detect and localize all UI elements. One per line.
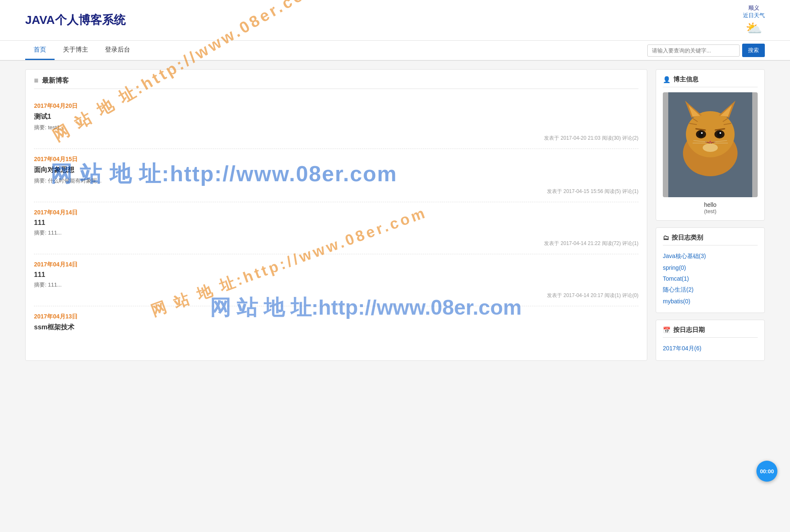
archive-icon: 📅 <box>663 326 671 334</box>
archive-item: 2017年04月(6) <box>663 343 758 355</box>
search-input[interactable] <box>647 44 740 57</box>
blog-summary: 摘要: 111... <box>34 229 638 237</box>
category-item: spring(0) <box>663 262 758 273</box>
weather-city: 顺义 <box>743 4 765 12</box>
blog-summary: 摘要: 什么时候能有对象呢... <box>34 177 638 185</box>
blog-summary: 摘要: 111... <box>34 281 638 289</box>
category-title-text: 按日志类别 <box>672 234 703 242</box>
blogger-avatar <box>663 92 758 197</box>
blog-meta: 发表于 2017-04-14 21:22 阅读(72) 评论(1) <box>34 240 638 247</box>
blog-date: 2017年04月14日 <box>34 261 638 269</box>
category-icon: 🗂 <box>663 234 669 241</box>
blog-title[interactable]: ssm框架技术 <box>34 323 638 332</box>
nav-item-home[interactable]: 首页 <box>25 41 55 60</box>
blog-item: 2017年04月14日 111 摘要: 111... 发表于 2017-04-1… <box>34 254 638 306</box>
cat-image <box>663 92 758 197</box>
blog-list-title: ≡ 最新博客 <box>34 76 638 89</box>
category-title: 🗂 按日志类别 <box>663 234 758 245</box>
svg-point-16 <box>719 132 721 134</box>
svg-point-26 <box>703 143 718 152</box>
blog-title[interactable]: 111 <box>34 271 638 279</box>
site-logo: JAVA个人博客系统 <box>25 12 126 28</box>
category-list: Java核心基础(3) spring(0) Tomcat(1) 随心生活(2) … <box>663 250 758 307</box>
category-link[interactable]: 随心生活(2) <box>663 286 693 293</box>
blog-title[interactable]: 面向对象思想 <box>34 166 638 175</box>
nav-items: 首页 关于博主 登录后台 <box>25 41 139 60</box>
blog-meta: 发表于 2017-04-15 15:56 阅读(5) 评论(1) <box>34 188 638 195</box>
search-button[interactable]: 搜索 <box>742 44 765 57</box>
archive-list: 2017年04月(6) <box>663 343 758 355</box>
archive-title: 📅 按日志日期 <box>663 326 758 338</box>
weather-icon: ⛅ <box>743 20 765 36</box>
blogger-sub: (test) <box>663 208 758 214</box>
blogger-info-card: 👤 博主信息 <box>656 69 765 221</box>
sidebar: 👤 博主信息 <box>656 69 765 361</box>
blog-date: 2017年04月20日 <box>34 102 638 110</box>
archive-title-text: 按日志日期 <box>673 326 705 334</box>
blog-date: 2017年04月14日 <box>34 209 638 216</box>
weather-link[interactable]: 近日天气 <box>743 12 765 18</box>
archive-link[interactable]: 2017年04月(6) <box>663 345 701 352</box>
category-link[interactable]: Java核心基础(3) <box>663 253 706 259</box>
blog-summary: 摘要: test1... <box>34 124 638 131</box>
blog-item: 2017年04月14日 111 摘要: 111... 发表于 2017-04-1… <box>34 202 638 254</box>
nav-item-login[interactable]: 登录后台 <box>97 41 139 60</box>
blog-item: 2017年04月20日 测试1 摘要: test1... 发表于 2017-04… <box>34 96 638 149</box>
blog-meta: 发表于 2017-04-20 21:03 阅读(30) 评论(2) <box>34 135 638 142</box>
main-container: ≡ 最新博客 2017年04月20日 测试1 摘要: test1... 发表于 … <box>0 61 790 369</box>
blog-title[interactable]: 111 <box>34 219 638 227</box>
blogger-info-title: 👤 博主信息 <box>663 76 758 87</box>
svg-point-15 <box>701 132 703 134</box>
category-card: 🗂 按日志类别 Java核心基础(3) spring(0) Tomcat(1) … <box>656 227 765 313</box>
blog-title[interactable]: 测试1 <box>34 112 638 121</box>
svg-point-13 <box>698 131 704 137</box>
header: JAVA个人博客系统 顺义 近日天气 ⛅ <box>0 0 790 41</box>
search-area: 搜索 <box>647 44 765 57</box>
person-icon: 👤 <box>663 76 671 83</box>
category-item: Java核心基础(3) <box>663 250 758 262</box>
category-link[interactable]: spring(0) <box>663 264 686 271</box>
blog-meta: 发表于 2017-04-14 20:17 阅读(1) 评论(0) <box>34 292 638 299</box>
blog-item: 2017年04月13日 ssm框架技术 <box>34 306 638 342</box>
blog-list-title-text: 最新博客 <box>42 76 69 85</box>
category-link[interactable]: mybatis(0) <box>663 298 690 305</box>
nav-bar: 首页 关于博主 登录后台 搜索 <box>0 41 790 61</box>
blog-date: 2017年04月15日 <box>34 156 638 163</box>
category-item: 随心生活(2) <box>663 284 758 296</box>
blogger-name: hello <box>663 201 758 208</box>
blog-item: 2017年04月15日 面向对象思想 摘要: 什么时候能有对象呢... 发表于 … <box>34 149 638 202</box>
svg-point-14 <box>717 131 722 137</box>
nav-item-about[interactable]: 关于博主 <box>55 41 97 60</box>
category-item: Tomcat(1) <box>663 273 758 284</box>
category-link[interactable]: Tomcat(1) <box>663 275 689 282</box>
blog-date: 2017年04月13日 <box>34 313 638 321</box>
blog-list: ≡ 最新博客 2017年04月20日 测试1 摘要: test1... 发表于 … <box>25 69 647 361</box>
list-icon: ≡ <box>34 76 39 85</box>
archive-card: 📅 按日志日期 2017年04月(6) <box>656 320 765 361</box>
blogger-info-title-text: 博主信息 <box>673 76 698 83</box>
category-item: mybatis(0) <box>663 296 758 307</box>
weather-widget: 顺义 近日天气 ⛅ <box>743 4 765 36</box>
